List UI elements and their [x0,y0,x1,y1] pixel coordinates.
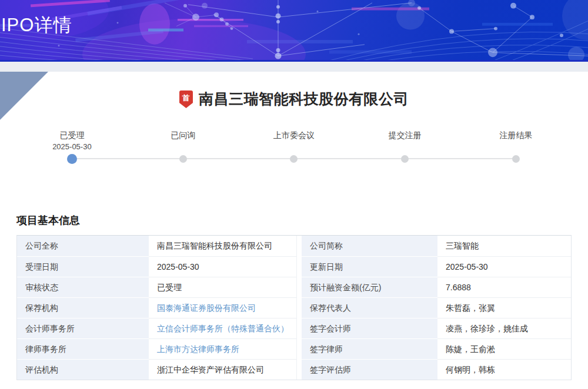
table-row: 律师事务所 上海市方达律师事务所 签字律师 陈婕，王俞淞 [17,338,571,359]
row-label-right: 保荐代表人 [302,297,437,318]
progress-step: 已受理 2025-05-30 [16,130,128,166]
step-label: 已问询 [171,130,195,141]
table-row: 受理日期 2025-05-30 更新日期 2025-05-30 [17,256,571,277]
step-date: 2025-05-30 [52,141,92,152]
table-row: 评估机构 浙江中企华资产评估有限公司 签字评估师 何钢明，韩栋 [17,359,571,380]
first-issue-badge-text: 首 [182,93,190,102]
row-value-link[interactable]: 立信会计师事务所（特殊普通合伙） [157,324,289,333]
row-label-left: 评估机构 [17,359,149,380]
column-gap [297,256,302,277]
row-label-right: 签字会计师 [302,318,437,338]
step-dot-wrap [512,153,520,165]
column-gap [297,236,302,256]
row-value-left: 国泰海通证券股份有限公司 [149,297,297,318]
column-gap [297,318,302,338]
row-label-right: 预计融资金额(亿元) [302,277,437,297]
step-dot-wrap [290,153,298,165]
progress-step: 提交注册 [349,130,460,166]
table-row: 保荐机构 国泰海通证券股份有限公司 保荐代表人 朱哲磊，张翼 [17,297,571,318]
progress-steps: 已受理 2025-05-30 已问询 上市委会议 提交注册 注册结果 [16,130,572,166]
ipo-detail-card: 创业板 首 南昌三瑞智能科技股份有限公司 已受理 2025-05-30 已问询 … [0,72,588,389]
column-gap [297,297,302,318]
step-dot-icon [179,155,187,163]
row-value-left-text: 已受理 [157,283,182,292]
table-row: 会计师事务所 立信会计师事务所（特殊普通合伙） 签字会计师 凌燕，徐珍珍，姚佳成 [17,318,571,338]
row-value-left: 浙江中企华资产评估有限公司 [149,359,297,380]
row-label-left: 受理日期 [17,256,149,277]
row-value-left: 立信会计师事务所（特殊普通合伙） [149,318,297,338]
row-label-right: 更新日期 [302,256,437,277]
step-label: 已受理 [59,130,84,141]
row-value-right: 凌燕，徐珍珍，姚佳成 [437,318,571,338]
step-dot-icon [512,155,520,163]
step-label: 注册结果 [500,130,533,141]
row-value-right: 三瑞智能 [437,236,571,256]
row-value-left: 已受理 [149,277,297,297]
row-value-left-text: 2025-05-30 [157,262,199,271]
row-label-right: 签字律师 [302,338,437,359]
row-label-right: 签字评估师 [302,359,437,380]
row-value-link[interactable]: 国泰海通证券股份有限公司 [157,303,256,313]
row-value-left: 南昌三瑞智能科技股份有限公司 [149,236,297,256]
row-value-link[interactable]: 上海市方达律师事务所 [157,344,239,354]
progress-step: 上市委会议 [239,130,350,166]
table-row: 公司全称 南昌三瑞智能科技股份有限公司 公司简称 三瑞智能 [17,236,571,256]
step-dot-icon [67,154,77,164]
page-banner: IPO详情 [0,0,588,62]
step-dot-wrap [401,153,409,165]
company-title-row: 首 南昌三瑞智能科技股份有限公司 [0,72,588,109]
row-value-right: 朱哲磊，张翼 [437,297,571,318]
row-label-left: 保荐机构 [17,297,149,318]
divider-strip [0,62,588,72]
first-issue-badge-icon: 首 [179,90,193,108]
progress-step: 注册结果 [460,130,572,166]
board-corner-ribbon: 创业板 [0,72,48,120]
step-dot-wrap [67,153,77,165]
step-dot-icon [401,155,409,163]
column-gap [297,359,302,380]
row-value-right: 何钢明，韩栋 [437,359,571,380]
banner-network-decoration [0,0,588,60]
row-value-left: 2025-05-30 [149,256,297,277]
row-label-left: 公司全称 [17,236,149,256]
row-label-left: 审核状态 [17,277,149,297]
row-value-left-text: 南昌三瑞智能科技股份有限公司 [157,241,272,250]
progress-step: 已问询 [128,130,239,166]
step-label: 上市委会议 [273,130,315,141]
step-dot-wrap [179,153,187,165]
row-value-left-text: 浙江中企华资产评估有限公司 [157,365,264,374]
row-value-right: 7.6888 [437,277,571,297]
basic-info-table: 公司全称 南昌三瑞智能科技股份有限公司 公司简称 三瑞智能 受理日期 2025-… [16,235,572,380]
row-label-left: 会计师事务所 [17,318,149,338]
page-title: IPO详情 [1,13,72,38]
step-label: 提交注册 [389,130,422,141]
company-name: 南昌三瑞智能科技股份有限公司 [199,89,409,109]
column-gap [297,338,302,359]
table-row: 审核状态 已受理 预计融资金额(亿元) 7.6888 [17,277,571,297]
row-value-left: 上海市方达律师事务所 [149,338,297,359]
row-value-right: 2025-05-30 [437,256,571,277]
step-dot-icon [290,155,298,163]
row-label-right: 公司简称 [302,236,437,256]
column-gap [297,277,302,297]
section-title: 项目基本信息 [16,213,572,227]
row-label-left: 律师事务所 [17,338,149,359]
row-value-right: 陈婕，王俞淞 [437,338,571,359]
